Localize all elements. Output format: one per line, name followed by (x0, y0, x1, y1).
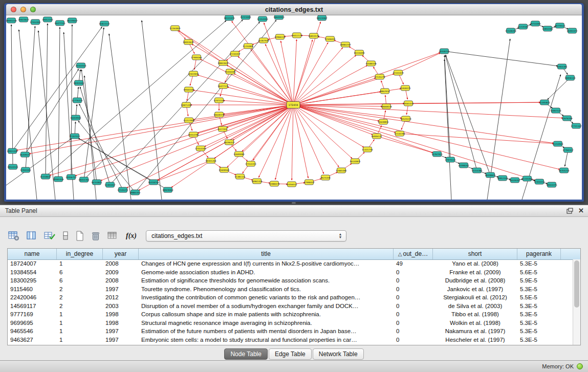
network-node[interactable]: 15955391 (556, 64, 568, 69)
network-node[interactable]: 18131074 (224, 15, 235, 20)
network-edge[interactable] (16, 105, 293, 150)
network-node[interactable]: 16912104 (497, 176, 508, 181)
network-edge[interactable] (293, 105, 373, 135)
table-row[interactable]: 969969511998Structural magnetic resonanc… (8, 319, 573, 327)
table-row[interactable]: 2242004622012Investigating the contribut… (8, 293, 573, 302)
table-row[interactable]: 1830029562008Estimation of significance … (8, 276, 573, 285)
network-node[interactable]: 16640910 (273, 15, 285, 19)
vertical-scrollbar[interactable] (573, 259, 580, 345)
network-edge[interactable] (293, 105, 560, 169)
network-edge[interactable] (12, 27, 102, 151)
network-edge[interactable] (293, 105, 563, 118)
table-row[interactable]: 946362711997Embryonic stem cells: a mode… (8, 336, 573, 344)
network-node[interactable]: 18779515 (554, 23, 565, 28)
network-node[interactable]: 9427402 (218, 126, 228, 132)
network-node[interactable]: 11548208 (505, 28, 516, 33)
network-node[interactable]: 12974143 (213, 98, 225, 103)
network-edge[interactable] (11, 25, 13, 167)
tab-edge-table[interactable]: Edge Table (269, 348, 312, 360)
network-node[interactable]: 16961426 (251, 179, 263, 184)
close-button[interactable] (11, 7, 16, 12)
network-edge[interactable] (223, 105, 293, 114)
network-canvas[interactable]: 1724041226484318003626179993661261065119… (6, 15, 582, 200)
network-node[interactable]: 10588338 (365, 61, 377, 66)
network-node[interactable]: 12245063 (521, 176, 533, 181)
network-node[interactable]: 12506022 (324, 36, 336, 41)
column-header-pagerank[interactable]: pagerank (517, 249, 561, 259)
function-icon[interactable]: f(x) (126, 230, 137, 242)
table-row[interactable]: 911546021997Tourette syndrome. Phenomeno… (8, 285, 573, 294)
network-svg[interactable]: 1724041226484318003626179993661261065119… (6, 15, 582, 200)
network-node[interactable]: 10966115 (274, 34, 286, 39)
table-row[interactable]: 1872400712008Changes of HCN gene express… (8, 259, 573, 268)
network-node[interactable]: 11381111 (234, 174, 246, 179)
zoom-button[interactable] (30, 7, 36, 12)
network-node[interactable]: 18303442 (73, 80, 84, 85)
network-node[interactable]: 16906122 (371, 134, 382, 139)
network-node[interactable]: 16704214 (558, 168, 570, 173)
table-row[interactable]: 977716911998Corpus callosum shape and si… (8, 310, 573, 319)
network-node[interactable]: 15608561 (219, 167, 230, 172)
network-node[interactable]: 14699080 (233, 151, 245, 157)
network-edge[interactable] (204, 105, 293, 147)
network-edge[interactable] (444, 59, 451, 200)
network-node[interactable]: 18124067 (316, 15, 328, 20)
network-edge[interactable] (25, 69, 79, 155)
table-row[interactable]: 1938455462009Genome-wide association stu… (8, 268, 573, 277)
column-header-name[interactable]: name (8, 249, 57, 259)
network-node[interactable]: 17207512 (69, 134, 80, 139)
network-node[interactable]: 20643627 (18, 17, 29, 22)
network-node[interactable]: 18843611 (217, 60, 229, 65)
table-row[interactable]: 946554611997Estimation of the future num… (8, 327, 573, 336)
network-node[interactable]: 12140781 (394, 131, 405, 136)
network-node[interactable]: 16059941 (70, 115, 81, 120)
network-node[interactable]: 17240457 (229, 51, 241, 56)
network-node[interactable]: 15948371 (400, 85, 411, 91)
column-header-title[interactable]: title (139, 249, 394, 259)
network-node[interactable]: 17999366 (191, 55, 202, 60)
table-selector-dropdown[interactable]: citations_edges.txt ▲ ▼ (146, 230, 346, 242)
network-node[interactable]: 16140871 (350, 159, 361, 164)
network-node[interactable]: 15723401 (240, 15, 251, 19)
network-node[interactable]: 12210944 (552, 141, 563, 146)
network-node[interactable]: 18929063 (162, 187, 173, 192)
network-node[interactable]: 15056512 (286, 182, 297, 187)
column-header-out_degree[interactable]: △out_de… (394, 249, 433, 259)
network-edge[interactable] (377, 136, 433, 153)
network-node[interactable]: 12665481 (336, 168, 347, 173)
network-edge[interactable] (227, 65, 293, 105)
network-node[interactable]: 17554310 (245, 161, 256, 166)
network-edge[interactable] (171, 105, 293, 188)
network-node[interactable]: 18301264 (205, 158, 216, 163)
memory-status-icon[interactable] (577, 363, 583, 369)
network-node[interactable]: 20398207 (458, 163, 469, 168)
network-node[interactable]: 19565441 (403, 101, 414, 106)
network-node[interactable]: 9862916 (380, 89, 390, 94)
network-node[interactable]: 18984707 (340, 42, 351, 47)
network-node[interactable]: 12219187 (517, 24, 529, 29)
network-node[interactable]: 16648374 (213, 112, 225, 117)
network-node[interactable]: 14638851 (378, 119, 389, 124)
network-edge[interactable] (293, 53, 440, 105)
network-edge[interactable] (223, 100, 293, 105)
network-node[interactable]: 15824122 (99, 21, 110, 26)
pane-divider-grip[interactable] (292, 202, 296, 204)
network-node[interactable]: 172404 (287, 102, 300, 108)
network-node[interactable]: 16810578 (308, 33, 319, 38)
network-node[interactable]: 14767913 (431, 151, 443, 157)
minimize-button[interactable] (20, 7, 26, 12)
network-node[interactable]: 18055761 (78, 177, 90, 182)
network-node[interactable]: 15154382 (471, 168, 483, 173)
network-node[interactable]: 16836144 (564, 75, 576, 80)
network-edge[interactable] (275, 105, 293, 180)
network-node[interactable]: 18003626 (183, 39, 194, 45)
column-header-in_degree[interactable]: in_degree (57, 249, 103, 259)
network-edge[interactable] (293, 48, 343, 105)
network-node[interactable]: 18296327 (224, 140, 235, 145)
network-edge[interactable] (135, 20, 276, 192)
network-edge[interactable] (58, 27, 60, 179)
network-node[interactable]: 20163554 (75, 63, 86, 68)
table-edit-icon[interactable] (44, 230, 55, 242)
network-edge[interactable] (81, 70, 97, 182)
network-node[interactable]: 18208621 (485, 172, 496, 178)
